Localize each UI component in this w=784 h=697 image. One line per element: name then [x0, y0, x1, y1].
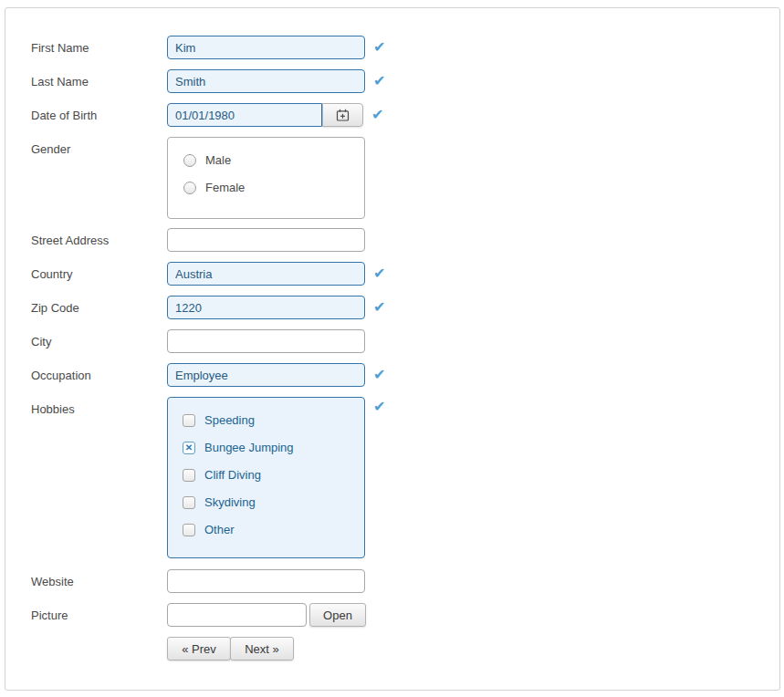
gender-option-male[interactable]: Male [183, 151, 364, 170]
occupation-label: Occupation [31, 363, 167, 382]
hobby-option-other[interactable]: Other [183, 520, 364, 539]
checkbox-icon[interactable] [183, 469, 195, 482]
last-name-input[interactable] [167, 69, 365, 93]
hobby-option-label[interactable]: Skydiving [204, 495, 256, 509]
gender-box: Male Female [167, 137, 365, 219]
row-last-name: Last Name ✔ [31, 69, 779, 93]
row-picture: Picture Open [31, 603, 779, 627]
radio-icon[interactable] [183, 154, 196, 167]
valid-check-icon: ✔ [373, 399, 385, 415]
checkbox-checked-icon[interactable]: ✕ [183, 442, 195, 454]
row-navigation: « Prev Next » [31, 637, 779, 661]
open-file-button[interactable]: Open [309, 603, 366, 627]
gender-label: Gender [31, 137, 167, 156]
picture-input[interactable] [167, 603, 307, 627]
picture-label: Picture [31, 603, 167, 622]
gender-option-female[interactable]: Female [183, 178, 364, 197]
hobby-option-speeding[interactable]: Speeding [183, 411, 364, 430]
hobby-option-cliff-diving[interactable]: Cliff Diving [183, 465, 364, 484]
valid-check-icon: ✔ [373, 363, 385, 387]
zip-code-input[interactable] [167, 296, 365, 319]
row-first-name: First Name ✔ [31, 36, 779, 59]
prev-button[interactable]: « Prev [167, 637, 231, 661]
gender-option-label[interactable]: Female [205, 181, 245, 194]
row-occupation: Occupation ✔ [31, 363, 779, 387]
valid-check-icon: ✔ [371, 103, 383, 127]
row-hobbies: Hobbies Speeding ✕ Bungee Jumping Cliff … [31, 397, 779, 558]
country-label: Country [31, 262, 167, 281]
website-label: Website [31, 569, 167, 588]
zip-code-label: Zip Code [31, 296, 167, 315]
radio-icon[interactable] [183, 182, 196, 194]
valid-check-icon: ✔ [373, 262, 385, 286]
datepicker-button[interactable] [322, 103, 363, 127]
next-button[interactable]: Next » [230, 637, 294, 661]
hobby-option-label[interactable]: Cliff Diving [204, 468, 261, 482]
calendar-plus-icon [336, 109, 350, 122]
country-input[interactable] [167, 262, 365, 286]
valid-check-icon: ✔ [373, 36, 385, 59]
street-address-label: Street Address [31, 228, 167, 247]
checkbox-icon[interactable] [183, 414, 195, 427]
row-date-of-birth: Date of Birth ✔ [31, 103, 779, 127]
city-input[interactable] [167, 329, 365, 353]
hobbies-box: Speeding ✕ Bungee Jumping Cliff Diving S… [167, 397, 365, 558]
website-input[interactable] [167, 569, 365, 593]
row-website: Website [31, 569, 779, 593]
checkbox-icon[interactable] [183, 496, 195, 509]
valid-check-icon: ✔ [373, 69, 385, 93]
hobby-option-skydiving[interactable]: Skydiving [183, 493, 364, 512]
row-city: City [31, 329, 779, 353]
checkbox-icon[interactable] [183, 524, 195, 536]
form-panel: First Name ✔ Last Name ✔ Date of Birth [5, 7, 780, 691]
date-of-birth-input[interactable] [167, 103, 322, 127]
last-name-label: Last Name [31, 69, 167, 88]
row-street-address: Street Address [31, 228, 779, 252]
hobby-option-label[interactable]: Other [204, 523, 235, 536]
valid-check-icon: ✔ [373, 296, 385, 319]
first-name-label: First Name [31, 36, 167, 55]
occupation-input[interactable] [167, 363, 365, 387]
row-zip-code: Zip Code ✔ [31, 296, 779, 319]
hobby-option-label[interactable]: Speeding [204, 413, 255, 427]
gender-option-label[interactable]: Male [205, 153, 231, 167]
hobby-option-bungee-jumping[interactable]: ✕ Bungee Jumping [183, 438, 364, 457]
city-label: City [31, 329, 167, 348]
date-of-birth-label: Date of Birth [31, 103, 167, 122]
hobbies-label: Hobbies [31, 397, 167, 416]
first-name-input[interactable] [167, 36, 365, 59]
row-gender: Gender Male Female [31, 137, 779, 219]
hobby-option-label[interactable]: Bungee Jumping [204, 441, 294, 454]
street-address-input[interactable] [167, 228, 365, 252]
row-country: Country ✔ [31, 262, 779, 286]
